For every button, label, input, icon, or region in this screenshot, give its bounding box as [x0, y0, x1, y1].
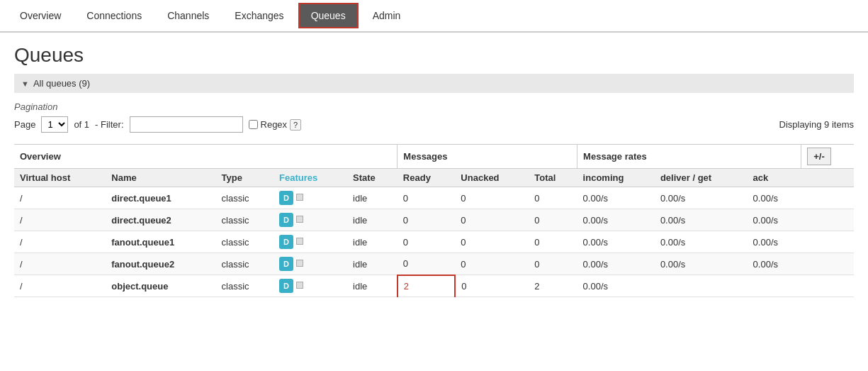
features-cell: D: [274, 231, 347, 253]
total-cell: 0: [529, 231, 577, 253]
column-header-row: Virtual host Name Type Features State Re…: [14, 169, 854, 187]
deliver-get-cell: 0.00/s: [655, 209, 748, 231]
nav-bar: Overview Connections Channels Exchanges …: [0, 0, 868, 33]
state-cell: idle: [347, 275, 398, 297]
nav-connections[interactable]: Connections: [74, 1, 154, 30]
table-row[interactable]: / object.queue classic D idle 2 0 2 0.00…: [14, 275, 854, 297]
regex-help-button[interactable]: ?: [290, 119, 301, 131]
col-deliver-get: deliver / get: [655, 169, 748, 187]
nav-queues[interactable]: Queues: [298, 3, 359, 28]
col-ready: Ready: [398, 169, 456, 187]
state-indicator: [296, 260, 303, 267]
state-cell: idle: [347, 231, 398, 253]
ready-cell: 0: [398, 187, 456, 209]
regex-checkbox[interactable]: [249, 120, 258, 129]
extra-cell: [801, 275, 854, 297]
displaying-items-label: Displaying 9 items: [779, 119, 855, 130]
page-select[interactable]: 1: [41, 116, 68, 133]
total-cell: 0: [529, 209, 577, 231]
name-cell[interactable]: direct.queue1: [106, 187, 215, 209]
nav-channels[interactable]: Channels: [154, 1, 222, 30]
unacked-cell: 0: [455, 187, 529, 209]
unacked-cell: 0: [455, 253, 529, 275]
table-row[interactable]: / fanout.queue2 classic D idle 0 0 0 0.0…: [14, 253, 854, 275]
col-type: Type: [216, 169, 274, 187]
incoming-cell: 0.00/s: [577, 187, 655, 209]
extra-cell: [801, 187, 854, 209]
col-name: Name: [106, 169, 215, 187]
type-cell: classic: [216, 253, 274, 275]
group-rates: Message rates: [577, 145, 801, 169]
name-cell[interactable]: fanout.queue2: [106, 253, 215, 275]
type-cell: classic: [216, 275, 274, 297]
features-cell: D: [274, 187, 347, 209]
nav-admin[interactable]: Admin: [360, 1, 414, 30]
deliver-get-cell: 0.00/s: [655, 231, 748, 253]
group-messages: Messages: [398, 145, 577, 169]
state-indicator: [296, 282, 303, 289]
type-cell: classic: [216, 187, 274, 209]
filter-input[interactable]: [130, 116, 243, 133]
pagination-label: Pagination: [14, 101, 854, 112]
name-cell[interactable]: direct.queue2: [106, 209, 215, 231]
group-header-row: Overview Messages Message rates +/-: [14, 145, 854, 169]
unacked-cell: 0: [455, 275, 529, 297]
deliver-get-cell: 0.00/s: [655, 187, 748, 209]
incoming-cell: 0.00/s: [577, 209, 655, 231]
state-indicator: [296, 216, 303, 223]
nav-overview[interactable]: Overview: [7, 1, 74, 30]
d-badge: D: [279, 279, 293, 293]
features-cell: D: [274, 253, 347, 275]
d-badge: D: [279, 213, 293, 227]
section-label: All queues (9): [33, 78, 90, 89]
name-cell[interactable]: fanout.queue1: [106, 231, 215, 253]
section-header[interactable]: ▼ All queues (9): [14, 74, 854, 93]
state-cell: idle: [347, 187, 398, 209]
extra-cell: [801, 253, 854, 275]
pagination-row: Page 1 of 1 - Filter: Regex ? Displaying…: [14, 116, 854, 133]
ack-cell: 0.00/s: [748, 187, 801, 209]
d-badge: D: [279, 257, 293, 271]
col-virtual-host: Virtual host: [14, 169, 106, 187]
virtual-host-cell: /: [14, 231, 106, 253]
name-cell[interactable]: object.queue: [106, 275, 215, 297]
regex-label: Regex: [261, 119, 288, 130]
plus-minus-button[interactable]: +/-: [807, 148, 831, 165]
ack-cell: 0.00/s: [748, 209, 801, 231]
table-row[interactable]: / direct.queue2 classic D idle 0 0 0 0.0…: [14, 209, 854, 231]
ack-cell: [748, 275, 801, 297]
features-cell: D: [274, 209, 347, 231]
nav-exchanges[interactable]: Exchanges: [222, 1, 296, 30]
unacked-cell: 0: [455, 209, 529, 231]
main-content: Queues ▼ All queues (9) Pagination Page …: [0, 33, 868, 309]
ready-cell: 0: [398, 253, 456, 275]
state-cell: idle: [347, 209, 398, 231]
virtual-host-cell: /: [14, 253, 106, 275]
group-overview: Overview: [14, 145, 398, 169]
col-extra: [801, 169, 854, 187]
page-label: Page: [14, 119, 35, 130]
d-badge: D: [279, 235, 293, 249]
state-cell: idle: [347, 253, 398, 275]
col-incoming: incoming: [577, 169, 655, 187]
state-indicator: [296, 238, 303, 245]
ready-cell: 0: [398, 231, 456, 253]
col-ack: ack: [748, 169, 801, 187]
virtual-host-cell: /: [14, 209, 106, 231]
col-features[interactable]: Features: [274, 169, 347, 187]
deliver-get-cell: [655, 275, 748, 297]
virtual-host-cell: /: [14, 187, 106, 209]
table-row[interactable]: / fanout.queue1 classic D idle 0 0 0 0.0…: [14, 231, 854, 253]
state-indicator: [296, 194, 303, 201]
page-title: Queues: [14, 44, 854, 67]
table-row[interactable]: / direct.queue1 classic D idle 0 0 0 0.0…: [14, 187, 854, 209]
unacked-cell: 0: [455, 231, 529, 253]
total-cell: 0: [529, 253, 577, 275]
extra-cell: [801, 209, 854, 231]
incoming-cell: 0.00/s: [577, 253, 655, 275]
d-badge: D: [279, 191, 293, 205]
queue-table: Overview Messages Message rates +/- Virt…: [14, 144, 854, 297]
total-cell: 2: [529, 275, 577, 297]
ack-cell: 0.00/s: [748, 231, 801, 253]
type-cell: classic: [216, 231, 274, 253]
